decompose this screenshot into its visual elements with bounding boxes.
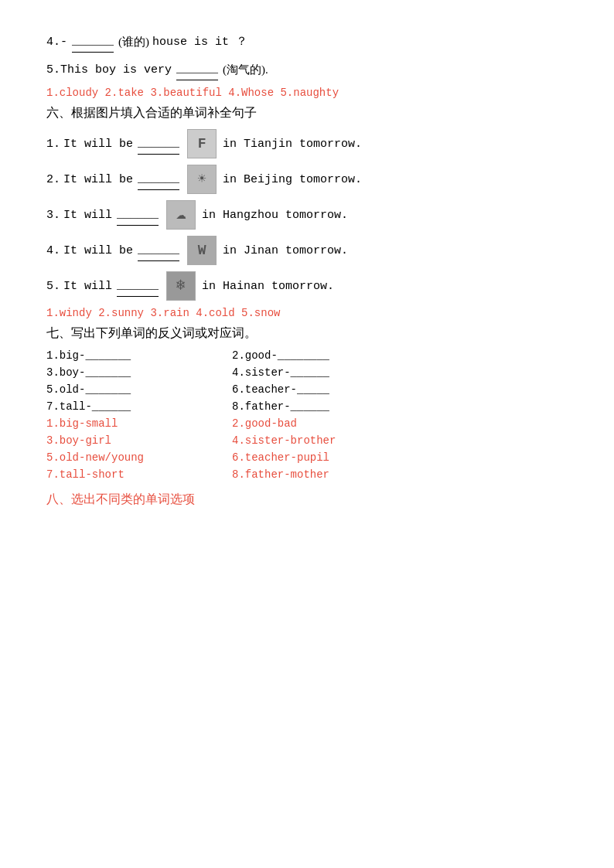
question-5: 5.This boy is very ______ (淘气的). <box>46 59 568 80</box>
q4-rest: house is it ？ <box>152 32 247 53</box>
weather-icon-5: ❄ <box>166 271 196 301</box>
section7-pair-4: 7.tall-______ 8.father-______ <box>46 400 568 413</box>
q5-text: 5.This boy is very <box>46 60 172 80</box>
section-8-title: 八、选出不同类的单词选项 <box>46 492 568 508</box>
section6-item-5: 5. It will ______ ❄ in Hainan tomorrow. <box>46 271 568 301</box>
section7-answers: 1.big-small 2.good-bad 3.boy-girl 4.sist… <box>46 417 568 481</box>
q4-blank: ______ <box>72 31 114 53</box>
section7-pair-2: 3.boy-_______ 4.sister-______ <box>46 366 568 379</box>
weather-icon-4: W <box>187 236 217 265</box>
q5-chinese: (淘气的). <box>223 60 268 80</box>
section-6-title: 六、根据图片填入合适的单词补全句子 <box>46 105 568 121</box>
section6-item-1: 1. It will be ______ F in Tianjin tomorr… <box>46 129 568 158</box>
section7-pair-1: 1.big-_______ 2.good-________ <box>46 349 568 362</box>
weather-icon-1: F <box>187 129 217 158</box>
weather-icon-2: ☀ <box>187 165 217 194</box>
q4-chinese: (谁的) <box>118 32 149 53</box>
section6-item-4: 4. It will be ______ W in Jinan tomorrow… <box>46 236 568 265</box>
q5-blank: ______ <box>176 59 218 80</box>
weather-icon-3: ☁ <box>166 200 196 230</box>
answers-1: 1.cloudy 2.take 3.beautiful 4.Whose 5.na… <box>46 87 568 99</box>
section7-pair-3: 5.old-_______ 6.teacher-_____ <box>46 383 568 396</box>
answers-6: 1.windy 2.sunny 3.rain 4.cold 5.snow <box>46 307 568 319</box>
section6-item-3: 3. It will ______ ☁ in Hangzhou tomorrow… <box>46 200 568 230</box>
question-4: 4.- ______ (谁的) house is it ？ <box>46 31 568 53</box>
section-7-title: 七、写出下列单词的反义词或对应词。 <box>46 325 568 342</box>
section6-item-2: 2. It will be ______ ☀ in Beijing tomorr… <box>46 165 568 194</box>
q4-text: 4.- <box>46 32 67 53</box>
